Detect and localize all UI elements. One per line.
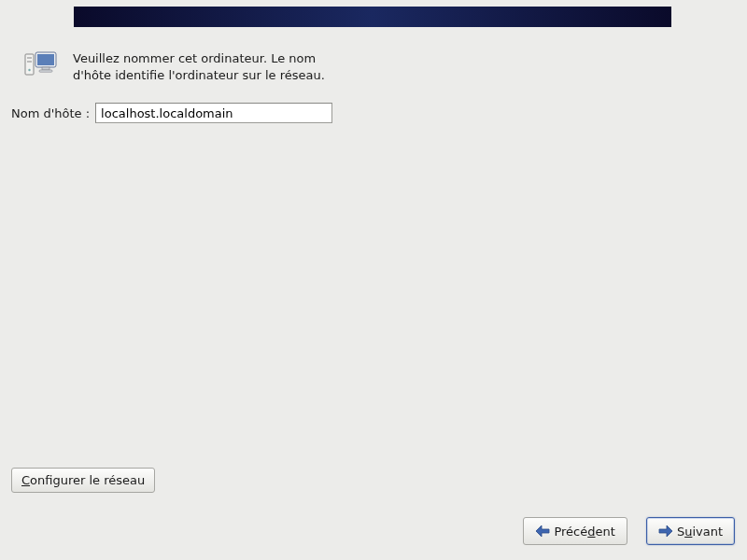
hostname-row: Nom d'hôte : (11, 103, 332, 123)
description-line1: Veuillez nommer cet ordinateur. Le nom (73, 50, 325, 67)
next-label: Suivant (677, 525, 723, 539)
svg-rect-7 (39, 70, 52, 72)
header-row: Veuillez nommer cet ordinateur. Le nom d… (24, 50, 325, 83)
nav-buttons: Précédent Suivant (523, 517, 735, 545)
hostname-input[interactable] (95, 103, 332, 123)
svg-rect-6 (42, 67, 49, 70)
svg-point-3 (28, 69, 30, 71)
configure-network-button[interactable]: Configurer le réseau (11, 468, 155, 493)
header-banner (74, 7, 671, 27)
hostname-label: Nom d'hôte : (11, 106, 90, 120)
svg-rect-2 (27, 61, 32, 63)
back-label: Précédent (554, 525, 614, 539)
network-computers-icon (24, 50, 58, 78)
svg-rect-1 (27, 57, 32, 59)
description-text: Veuillez nommer cet ordinateur. Le nom d… (73, 50, 325, 83)
arrow-right-icon (658, 525, 673, 538)
svg-rect-5 (37, 54, 54, 65)
description-line2: d'hôte identifie l'ordinateur sur le rés… (73, 67, 325, 84)
next-button[interactable]: Suivant (646, 517, 735, 545)
back-button[interactable]: Précédent (523, 517, 627, 545)
arrow-left-icon (535, 525, 550, 538)
configure-network-label: Configurer le réseau (21, 473, 145, 487)
